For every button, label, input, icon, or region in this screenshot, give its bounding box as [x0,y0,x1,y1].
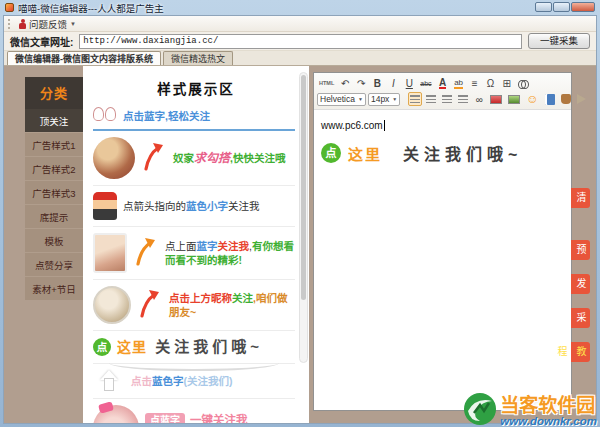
image-icon[interactable] [488,92,504,106]
align-center-icon[interactable] [424,92,438,106]
window-title: 喵喵-微信编辑器---人人都是广告主 [18,1,164,15]
bow-girl-avatar [93,405,139,423]
minimize-button[interactable] [535,2,552,12]
promo-line: 点 这里 关注我们哦~ [321,141,564,165]
article-url-input[interactable] [79,34,522,49]
style-item-text: 点击蓝字,轻松关注 [123,109,210,123]
undo-icon[interactable]: ↶ [338,76,352,90]
sidebar-item-模板[interactable]: 模板 [25,228,83,252]
html-source-icon[interactable]: HTML [317,76,336,90]
curved-arrow-icon [137,287,163,319]
style-item-text: 点击上方昵称关注,咱们做朋友~ [169,291,295,319]
image-upload-icon[interactable] [506,92,522,106]
two-dolls-icon [93,107,117,125]
table-icon[interactable]: ⊞ [500,76,514,90]
list-icon[interactable]: ≡ [468,76,482,90]
strikethrough-icon[interactable]: abc [418,76,433,90]
font-family-select[interactable]: Helvetica ▼ [317,93,366,106]
close-button[interactable] [571,2,595,12]
sidebar-item-顶关注[interactable]: 顶关注 [25,109,83,132]
sidebar-item-底提示[interactable]: 底提示 [25,204,83,228]
watermark-site-name: 当客软件园 [500,396,597,415]
editor-toolbar: HTML↶↷BIUabcAab≡Ω⊞ Helvetica ▼ 14px ▼ ∞☺ [314,73,571,110]
toolbar-row-1: HTML↶↷BIUabcAab≡Ω⊞ [317,75,568,91]
sidebar-item-点赞分享[interactable]: 点赞分享 [25,252,83,276]
document-url-text: www.pc6.com [321,120,385,131]
style-item[interactable]: 点击上方昵称关注,咱们做朋友~ [93,280,295,331]
find-icon[interactable] [516,76,531,90]
sidebar-item-广告样式1[interactable]: 广告样式1 [25,132,83,156]
lady-photo-avatar [93,137,135,179]
style-item[interactable]: 点蓝字一键关注我撩得你香汗淋漓、你懂得... [93,399,295,423]
style-item-text: 点蓝字一键关注我撩得你香汗淋漓、你懂得... [145,413,263,423]
menu-bar: 问题反馈 ▼ [4,16,596,32]
sidebar-header: 分类 [25,77,83,109]
italic-icon[interactable]: I [386,76,400,90]
tutorial-button[interactable]: 教程 [571,342,590,362]
tab-hot-articles[interactable]: 微信精选热文 [163,51,233,65]
chevron-down-icon: ▼ [358,96,363,102]
style-item[interactable]: 点箭头指向的蓝色小字关注我 [93,186,295,227]
editor-content[interactable]: www.pc6.com 点 这里 关注我们哦~ [314,110,571,170]
style-panel-scrollbar[interactable] [299,72,308,363]
sidebar-item-广告样式3[interactable]: 广告样式3 [25,180,83,204]
link-icon[interactable]: ∞ [472,92,486,106]
emoticon-icon[interactable]: ☺ [524,92,540,106]
toolbar-row-2: Helvetica ▼ 14px ▼ ∞☺ [317,91,568,107]
align-justify-icon[interactable] [456,92,470,106]
publish-button[interactable]: 发布 [571,274,590,294]
title-bar: 喵喵-微信编辑器---人人都是广告主 [0,0,600,15]
pink-badge: 点蓝字 [145,413,185,423]
sidebar-item-素材+节日[interactable]: 素材+节日 [25,276,83,300]
omega-icon[interactable]: Ω [484,76,498,90]
redo-icon[interactable]: ↷ [354,76,368,90]
cartoon-boy-icon [93,192,117,220]
sidebar-item-广告样式2[interactable]: 广告样式2 [25,156,83,180]
hollow-up-arrow-icon [99,370,119,392]
style-item[interactable]: 点这里 关注我们哦~ [93,331,295,364]
chevron-down-icon: ▼ [392,96,397,102]
curved-arrow-icon [133,235,159,267]
bucket-icon[interactable] [559,92,573,106]
bold-icon[interactable]: B [370,76,384,90]
preview-button[interactable]: 预览 [571,240,590,260]
style-item-text: 奴家求勾搭,快快关注哦 [173,150,285,166]
feedback-menu[interactable]: 问题反馈 ▼ [15,16,80,32]
app-icon [5,3,14,12]
align-right-icon[interactable] [440,92,454,106]
feedback-label: 问题反馈 [29,17,67,31]
maximize-button[interactable] [553,2,570,12]
toolbar-row-2-icons: ∞☺ [408,92,588,106]
wechat-editor: HTML↶↷BIUabcAab≡Ω⊞ Helvetica ▼ 14px ▼ ∞☺ [313,72,572,411]
dot-badge: 点 [321,143,341,163]
clear-button[interactable]: 清空 [571,188,590,208]
highlight-icon[interactable]: ab [452,76,466,90]
font-family-value: Helvetica [320,94,355,104]
round-photo-avatar [93,286,131,324]
main-area: 分类 顶关注广告样式1广告样式2广告样式3底提示模板点赞分享素材+节日 样式展示… [4,66,596,423]
style-item[interactable]: 点击蓝色字(关注我们) [93,364,295,399]
collect-button[interactable]: 采集 [571,308,590,328]
tab-editor[interactable]: 微信编辑器-微信图文内容排版系统 [7,51,161,65]
font-size-select[interactable]: 14px ▼ [368,93,400,106]
underline-icon[interactable]: U [402,76,416,90]
flag-icon[interactable] [575,92,589,106]
style-item[interactable]: 点上面蓝字关注我,有你想看而看不到的精彩! [93,227,295,280]
style-item[interactable]: 奴家求勾搭,快快关注哦 [93,131,295,186]
sidebar-list: 顶关注广告样式1广告样式2广告样式3底提示模板点赞分享素材+节日 [25,109,83,300]
url-bar: 微信文章网址: 一键采集 [4,32,596,51]
font-color-icon[interactable]: A [436,76,450,90]
style-item-text: 点箭头指向的蓝色小字关注我 [123,199,260,213]
category-sidebar: 分类 顶关注广告样式1广告样式2广告样式3底提示模板点赞分享素材+节日 [25,77,83,300]
dot-badge: 点 [93,338,111,356]
watermark-site-url: www.downkr.com [500,416,597,427]
watermark: 当客软件园 www.downkr.com [462,391,597,427]
style-display-panel: 样式展示区 点击蓝字,轻松关注奴家求勾搭,快快关注哦点箭头指向的蓝色小字关注我点… [83,66,309,423]
curved-arrow-icon [141,140,167,172]
align-left-icon[interactable] [408,92,422,106]
scrollbar-thumb[interactable] [301,75,306,300]
style-item[interactable]: 点击蓝字,轻松关注 [93,101,295,131]
book-icon[interactable] [543,92,557,106]
chevron-down-icon: ▼ [70,21,76,27]
one-key-collect-button[interactable]: 一键采集 [528,33,590,49]
